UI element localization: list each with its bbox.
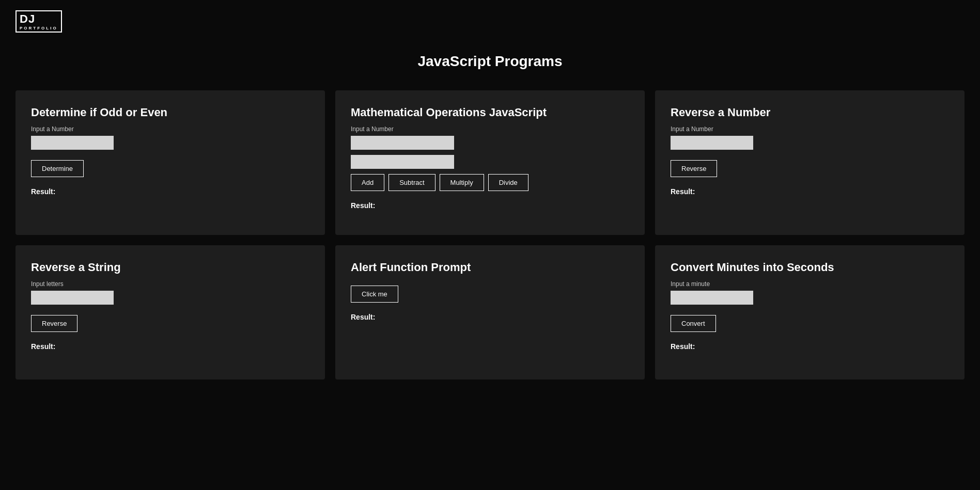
card-convert-label: Input a minute (671, 280, 949, 288)
add-button[interactable]: Add (351, 174, 384, 191)
page-title: JavaScript Programs (0, 38, 980, 90)
logo-sub: PORTFOLIO (20, 26, 58, 30)
card-reverse-number-label: Input a Number (671, 125, 949, 133)
reverse-number-button[interactable]: Reverse (671, 160, 717, 177)
reverse-string-result: Result: (31, 342, 309, 351)
reverse-number-result: Result: (671, 187, 949, 196)
card-odd-even-title: Determine if Odd or Even (31, 106, 309, 119)
alert-result: Result: (351, 313, 629, 321)
math-input-1[interactable] (351, 136, 454, 150)
convert-button[interactable]: Convert (671, 315, 716, 332)
card-reverse-string-label: Input letters (31, 280, 309, 288)
card-reverse-string: Reverse a String Input letters Reverse R… (15, 245, 325, 380)
card-reverse-number-title: Reverse a Number (671, 106, 949, 119)
convert-minutes-input[interactable] (671, 291, 753, 305)
math-result: Result: (351, 201, 629, 210)
click-me-button[interactable]: Click me (351, 286, 398, 303)
logo: DJ PORTFOLIO (15, 10, 62, 33)
card-reverse-number: Reverse a Number Input a Number Reverse … (655, 90, 965, 235)
odd-even-input[interactable] (31, 136, 114, 150)
logo-main: DJ (20, 12, 35, 25)
cards-grid: Determine if Odd or Even Input a Number … (0, 90, 980, 395)
divide-button[interactable]: Divide (488, 174, 528, 191)
math-input-2[interactable] (351, 155, 454, 169)
multiply-button[interactable]: Multiply (440, 174, 484, 191)
card-alert-prompt: Alert Function Prompt Click me Result: (335, 245, 645, 380)
subtract-button[interactable]: Subtract (388, 174, 435, 191)
card-convert-minutes: Convert Minutes into Seconds Input a min… (655, 245, 965, 380)
reverse-string-input[interactable] (31, 291, 114, 305)
reverse-string-button[interactable]: Reverse (31, 315, 77, 332)
card-odd-even-label: Input a Number (31, 125, 309, 133)
convert-result: Result: (671, 342, 949, 351)
math-buttons-group: Add Subtract Multiply Divide (351, 174, 629, 191)
card-math-label: Input a Number (351, 125, 629, 133)
card-math-ops: Mathematical Operations JavaScript Input… (335, 90, 645, 235)
determine-button[interactable]: Determine (31, 160, 84, 177)
card-alert-title: Alert Function Prompt (351, 261, 629, 274)
header: DJ PORTFOLIO (0, 0, 980, 38)
reverse-number-input[interactable] (671, 136, 753, 150)
card-math-title: Mathematical Operations JavaScript (351, 106, 629, 119)
card-odd-even: Determine if Odd or Even Input a Number … (15, 90, 325, 235)
card-reverse-string-title: Reverse a String (31, 261, 309, 274)
card-convert-title: Convert Minutes into Seconds (671, 261, 949, 274)
odd-even-result: Result: (31, 187, 309, 196)
